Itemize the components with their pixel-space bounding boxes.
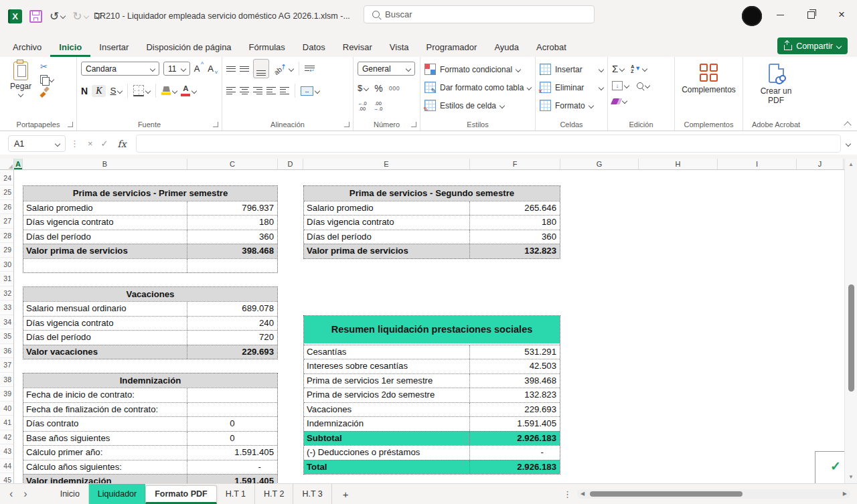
cell-styles-button[interactable]: Estilos de celda bbox=[440, 101, 496, 110]
row-value[interactable]: 796.937 bbox=[187, 201, 277, 216]
horizontal-scroll-thumb[interactable] bbox=[590, 491, 743, 497]
alineacion-dialog-launcher-icon[interactable] bbox=[344, 122, 349, 127]
row-label[interactable]: Indemnización bbox=[304, 417, 469, 431]
row-value[interactable]: 398.468 bbox=[187, 244, 277, 258]
comma-format-button[interactable]: 000 bbox=[389, 85, 400, 92]
row-value[interactable]: 360 bbox=[469, 230, 560, 244]
addins-button[interactable]: Complementos bbox=[679, 60, 738, 94]
fill-color-chevron-icon[interactable] bbox=[172, 88, 177, 93]
row-value[interactable]: 180 bbox=[187, 216, 277, 230]
column-header-F[interactable]: F bbox=[470, 159, 560, 169]
format-cells-chevron-icon[interactable] bbox=[588, 102, 593, 108]
table-row[interactable]: Base años siguientes0 bbox=[23, 431, 277, 446]
table-row[interactable]: Cálculo primer año:1.591.405 bbox=[23, 445, 277, 460]
column-header-C[interactable]: C bbox=[187, 159, 278, 169]
font-name-combo[interactable]: Candara bbox=[81, 62, 159, 76]
cell-styles-chevron-icon[interactable] bbox=[499, 102, 505, 108]
expand-formula-bar-icon[interactable] bbox=[846, 141, 851, 146]
row-header-41[interactable]: 41 bbox=[0, 416, 13, 430]
new-sheet-button[interactable]: + bbox=[332, 489, 360, 500]
row-label[interactable]: Días del período bbox=[304, 230, 469, 244]
merge-center-button[interactable]: ↔ bbox=[301, 86, 319, 96]
row-label[interactable]: Días del período bbox=[23, 331, 187, 345]
borders-button[interactable] bbox=[133, 85, 150, 96]
row-label[interactable]: Días vigencia contrato bbox=[304, 216, 469, 230]
row-label[interactable]: Cesantías bbox=[304, 345, 469, 359]
row-value[interactable]: - bbox=[187, 460, 277, 475]
align-center-button[interactable] bbox=[240, 87, 249, 95]
table-row[interactable]: Subtotal2.926.183 bbox=[304, 431, 560, 446]
create-pdf-button[interactable]: Crear un PDF bbox=[747, 60, 805, 105]
table-row[interactable]: Valor vacaciones229.693 bbox=[23, 345, 277, 359]
underline-button[interactable]: S bbox=[110, 86, 122, 96]
format-cells-button[interactable]: Formato bbox=[555, 101, 585, 110]
paste-button[interactable]: Pegar bbox=[4, 62, 37, 96]
row-value[interactable]: 720 bbox=[187, 331, 277, 345]
row-header-40[interactable]: 40 bbox=[0, 402, 13, 416]
vertical-scroll-thumb[interactable] bbox=[848, 284, 854, 392]
row-value[interactable]: 360 bbox=[187, 230, 277, 244]
clear-chevron-icon[interactable] bbox=[622, 98, 627, 104]
table-row[interactable]: Días del período360 bbox=[23, 230, 277, 244]
row-label[interactable] bbox=[23, 259, 187, 273]
format-as-table-chevron-icon[interactable] bbox=[527, 85, 532, 90]
autosum-chevron-icon[interactable] bbox=[619, 66, 625, 71]
copy-chevron-icon[interactable] bbox=[49, 76, 54, 82]
merge-chevron-icon[interactable] bbox=[315, 88, 320, 93]
row-value[interactable]: 265.646 bbox=[469, 201, 560, 216]
column-header-B[interactable]: B bbox=[23, 159, 187, 169]
table-row[interactable]: Días vigencia contrato180 bbox=[304, 215, 560, 230]
row-header-42[interactable]: 42 bbox=[0, 430, 13, 445]
row-value[interactable]: 2.926.183 bbox=[469, 432, 560, 446]
row-value[interactable]: 1.591.405 bbox=[469, 417, 560, 431]
column-header-H[interactable]: H bbox=[639, 159, 718, 169]
row-value[interactable]: 42.503 bbox=[469, 359, 560, 373]
row-header-38[interactable]: 38 bbox=[0, 373, 13, 388]
align-bottom-button[interactable] bbox=[253, 59, 269, 78]
row-label[interactable]: Cálculo años siguientes: bbox=[23, 460, 187, 475]
row-header-43[interactable]: 43 bbox=[0, 444, 13, 459]
copy-button[interactable] bbox=[40, 75, 72, 84]
sheet-tab-h-t-1[interactable]: H.T 1 bbox=[217, 484, 255, 504]
row-label[interactable]: Días del período bbox=[23, 230, 187, 244]
find-select-button[interactable] bbox=[637, 82, 649, 89]
redo-button[interactable]: ↻ bbox=[72, 11, 88, 22]
row-value[interactable]: 0 bbox=[187, 432, 277, 446]
row-label[interactable]: Subtotal bbox=[304, 432, 469, 446]
table-row[interactable]: Prima de servicios 2do semestre132.823 bbox=[304, 388, 560, 402]
align-middle-button[interactable] bbox=[240, 66, 249, 72]
close-button[interactable]: × bbox=[826, 0, 857, 29]
row-header-27[interactable]: 27 bbox=[0, 214, 13, 229]
row-label[interactable]: Días vigencia contrato bbox=[23, 317, 187, 331]
ribbon-tab-datos[interactable]: Datos bbox=[294, 38, 334, 57]
conditional-format-chevron-icon[interactable] bbox=[516, 66, 521, 72]
orientation-button[interactable]: ab↗ bbox=[273, 65, 293, 73]
font-size-combo[interactable]: 11 bbox=[163, 62, 190, 76]
cut-button[interactable]: ✂ bbox=[40, 62, 72, 71]
scroll-right-icon[interactable]: ▶ bbox=[843, 491, 847, 497]
row-header-45[interactable]: 45 bbox=[0, 473, 13, 483]
conditional-format-button[interactable]: Formato condicional bbox=[440, 65, 512, 74]
formula-input[interactable] bbox=[136, 135, 841, 153]
align-right-button[interactable] bbox=[253, 87, 262, 95]
minimize-button[interactable] bbox=[765, 0, 795, 29]
row-header-26[interactable]: 26 bbox=[0, 200, 13, 215]
row-value[interactable]: 1.591.405 bbox=[187, 446, 277, 460]
row-label[interactable]: Días contrato bbox=[23, 417, 187, 431]
sort-filter-button[interactable]: AZ▼ bbox=[631, 64, 647, 74]
row-label[interactable]: Salario mensual ordinario bbox=[23, 302, 187, 316]
row-label[interactable]: Total bbox=[304, 460, 469, 475]
sheet-tab-h-t-3[interactable]: H.T 3 bbox=[293, 484, 331, 504]
row-label[interactable]: Valor vacaciones bbox=[23, 345, 187, 359]
sheet-tab-inicio[interactable]: Inicio bbox=[52, 484, 89, 504]
row-label[interactable]: Valor prima de servicios bbox=[23, 244, 187, 258]
row-label[interactable]: Salario promedio bbox=[304, 201, 469, 216]
row-value[interactable]: 229.693 bbox=[187, 345, 277, 359]
row-value[interactable]: - bbox=[469, 446, 560, 460]
row-value[interactable]: 180 bbox=[469, 216, 560, 230]
find-chevron-icon[interactable] bbox=[645, 82, 650, 88]
fill-chevron-icon[interactable] bbox=[624, 82, 629, 88]
cancel-formula-button[interactable]: × bbox=[88, 139, 93, 149]
scroll-left-icon[interactable]: ◀ bbox=[580, 491, 585, 497]
increase-decimal-button[interactable]: ←.0.00 bbox=[358, 101, 367, 112]
